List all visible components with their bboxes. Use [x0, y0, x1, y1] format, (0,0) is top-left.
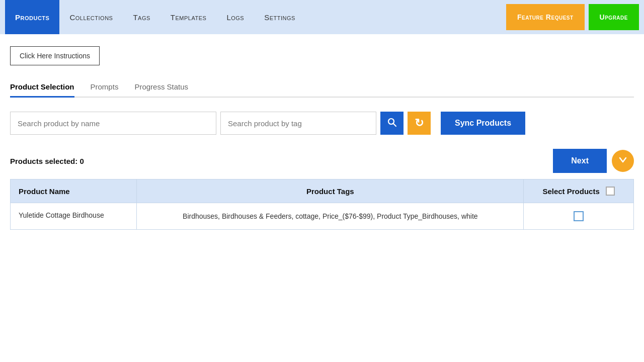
products-selected-row: Products selected: 0 Next — [10, 149, 634, 173]
product-name-cell: Yuletide Cottage Birdhouse — [11, 203, 137, 230]
main-content: Click Here Instructions Product Selectio… — [0, 34, 644, 235]
search-button[interactable] — [380, 112, 404, 135]
col-header-product-name: Product Name — [11, 179, 137, 203]
product-table: Product Name Product Tags Select Product… — [10, 179, 634, 230]
search-tag-input[interactable] — [220, 112, 376, 135]
nav-item-collections[interactable]: Collections — [59, 0, 123, 34]
tab-product-selection[interactable]: Product Selection — [10, 77, 74, 98]
products-selected-label: Products selected: 0 — [10, 157, 84, 165]
down-arrow-icon — [618, 155, 628, 167]
nav-item-products[interactable]: Products — [5, 0, 59, 34]
actions-right: Next — [553, 149, 634, 173]
svg-line-1 — [393, 123, 396, 126]
row-checkbox[interactable] — [574, 211, 584, 221]
col-header-select-products: Select Products — [524, 179, 634, 203]
tab-prompts[interactable]: Prompts — [91, 77, 119, 98]
nav-item-tags[interactable]: Tags — [123, 0, 160, 34]
product-tags-cell: Birdhouses, Birdhouses & Feeders, cottag… — [137, 203, 524, 230]
scroll-down-button[interactable] — [612, 150, 634, 172]
refresh-button[interactable]: ↻ — [408, 112, 431, 135]
nav-item-templates[interactable]: Templates — [160, 0, 217, 34]
nav-item-settings[interactable]: Settings — [254, 0, 305, 34]
search-name-input[interactable] — [10, 112, 216, 135]
select-all-checkbox[interactable] — [606, 187, 615, 196]
select-product-cell[interactable] — [524, 203, 634, 230]
col-header-product-tags: Product Tags — [137, 179, 524, 203]
tab-progress-status[interactable]: Progress Status — [134, 77, 188, 98]
search-row: ↻ Sync Products — [10, 112, 634, 135]
table-header-row: Product Name Product Tags Select Product… — [11, 179, 634, 203]
sync-products-button[interactable]: Sync Products — [441, 112, 525, 135]
instructions-button[interactable]: Click Here Instructions — [10, 46, 100, 65]
next-button[interactable]: Next — [553, 149, 607, 173]
refresh-icon: ↻ — [415, 117, 424, 130]
tabs-bar: Product Selection Prompts Progress Statu… — [10, 77, 634, 98]
top-nav: Products Collections Tags Templates Logs… — [0, 0, 644, 34]
search-icon — [387, 117, 397, 130]
feature-request-button[interactable]: Feature Request — [506, 4, 585, 30]
upgrade-button[interactable]: Upgrade — [589, 4, 639, 30]
table-row: Yuletide Cottage Birdhouse Birdhouses, B… — [11, 203, 634, 230]
nav-item-logs[interactable]: Logs — [216, 0, 254, 34]
